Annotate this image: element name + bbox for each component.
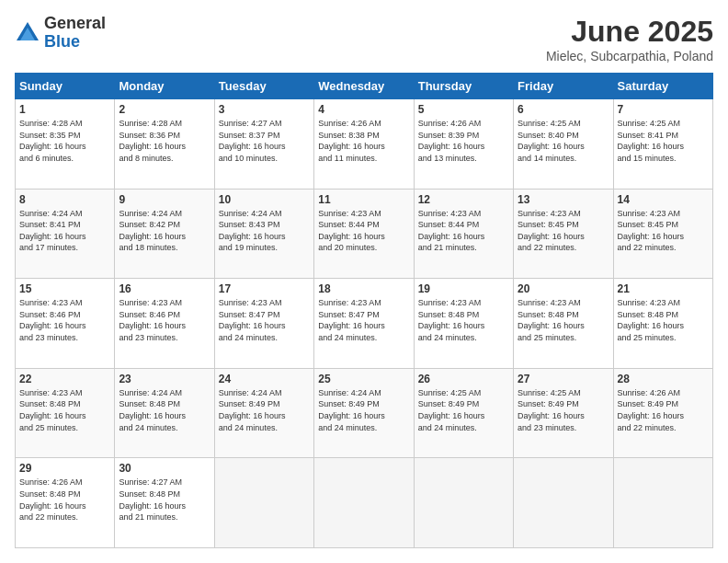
calendar-week-1: 1Sunrise: 4:28 AMSunset: 8:35 PMDaylight… — [16, 99, 713, 190]
day-number: 5 — [418, 103, 509, 116]
calendar-cell: 7Sunrise: 4:25 AMSunset: 8:41 PMDaylight… — [613, 99, 712, 190]
logo-blue: Blue — [44, 33, 106, 52]
calendar-week-5: 29Sunrise: 4:26 AMSunset: 8:48 PMDayligh… — [16, 458, 713, 548]
day-number: 25 — [318, 373, 409, 385]
day-number: 3 — [219, 103, 310, 116]
calendar-cell: 19Sunrise: 4:23 AMSunset: 8:48 PMDayligh… — [414, 279, 513, 369]
calendar-cell: 9Sunrise: 4:24 AMSunset: 8:42 PMDaylight… — [115, 189, 214, 279]
calendar-week-4: 22Sunrise: 4:23 AMSunset: 8:48 PMDayligh… — [16, 368, 713, 458]
logo-icon — [15, 20, 40, 46]
calendar-cell: 22Sunrise: 4:23 AMSunset: 8:48 PMDayligh… — [16, 368, 115, 458]
title-area: June 2025 Mielec, Subcarpathia, Poland — [546, 15, 713, 63]
day-info: Sunrise: 4:26 AMSunset: 8:39 PMDaylight:… — [418, 118, 509, 164]
day-info: Sunrise: 4:28 AMSunset: 8:36 PMDaylight:… — [119, 118, 210, 164]
col-tuesday: Tuesday — [214, 74, 313, 99]
calendar-cell: 20Sunrise: 4:23 AMSunset: 8:48 PMDayligh… — [514, 279, 613, 369]
day-number: 20 — [518, 282, 609, 295]
day-info: Sunrise: 4:26 AMSunset: 8:38 PMDaylight:… — [318, 118, 409, 164]
day-info: Sunrise: 4:26 AMSunset: 8:48 PMDaylight:… — [19, 477, 110, 523]
subtitle: Mielec, Subcarpathia, Poland — [546, 49, 713, 63]
calendar-cell: 24Sunrise: 4:24 AMSunset: 8:49 PMDayligh… — [214, 368, 313, 458]
day-info: Sunrise: 4:25 AMSunset: 8:49 PMDaylight:… — [518, 387, 609, 433]
day-number: 13 — [518, 193, 609, 206]
day-info: Sunrise: 4:23 AMSunset: 8:48 PMDaylight:… — [19, 387, 110, 433]
col-sunday: Sunday — [16, 74, 115, 99]
day-number: 24 — [219, 373, 310, 385]
day-number: 2 — [119, 103, 210, 116]
day-number: 9 — [119, 193, 210, 206]
day-number: 27 — [518, 373, 609, 385]
page: General Blue June 2025 Mielec, Subcarpat… — [0, 0, 728, 563]
day-info: Sunrise: 4:23 AMSunset: 8:47 PMDaylight:… — [219, 297, 310, 343]
calendar-cell: 5Sunrise: 4:26 AMSunset: 8:39 PMDaylight… — [414, 99, 513, 190]
calendar-cell: 17Sunrise: 4:23 AMSunset: 8:47 PMDayligh… — [214, 279, 313, 369]
calendar-cell: 16Sunrise: 4:23 AMSunset: 8:46 PMDayligh… — [115, 279, 214, 369]
calendar-cell: 11Sunrise: 4:23 AMSunset: 8:44 PMDayligh… — [314, 189, 414, 279]
day-info: Sunrise: 4:23 AMSunset: 8:46 PMDaylight:… — [19, 297, 110, 343]
calendar-table: Sunday Monday Tuesday Wednesday Thursday… — [15, 73, 713, 548]
day-number: 16 — [119, 282, 210, 295]
day-info: Sunrise: 4:24 AMSunset: 8:42 PMDaylight:… — [119, 208, 210, 254]
col-monday: Monday — [115, 74, 214, 99]
calendar-cell: 27Sunrise: 4:25 AMSunset: 8:49 PMDayligh… — [514, 368, 613, 458]
day-number: 19 — [418, 282, 509, 295]
logo-general: General — [44, 15, 106, 33]
day-info: Sunrise: 4:25 AMSunset: 8:49 PMDaylight:… — [418, 387, 509, 433]
col-wednesday: Wednesday — [314, 74, 414, 99]
day-number: 4 — [318, 103, 409, 116]
header: General Blue June 2025 Mielec, Subcarpat… — [15, 15, 713, 63]
calendar-cell: 29Sunrise: 4:26 AMSunset: 8:48 PMDayligh… — [16, 458, 115, 548]
day-info: Sunrise: 4:23 AMSunset: 8:45 PMDaylight:… — [518, 208, 609, 254]
calendar-cell — [613, 458, 712, 548]
day-number: 21 — [618, 282, 709, 295]
calendar-cell: 14Sunrise: 4:23 AMSunset: 8:45 PMDayligh… — [613, 189, 712, 279]
calendar-body: 1Sunrise: 4:28 AMSunset: 8:35 PMDaylight… — [16, 99, 713, 548]
day-info: Sunrise: 4:26 AMSunset: 8:49 PMDaylight:… — [618, 387, 709, 433]
day-info: Sunrise: 4:23 AMSunset: 8:48 PMDaylight:… — [518, 297, 609, 343]
day-number: 7 — [618, 103, 709, 116]
day-info: Sunrise: 4:23 AMSunset: 8:48 PMDaylight:… — [618, 297, 709, 343]
day-number: 1 — [19, 103, 110, 116]
calendar-cell — [214, 458, 313, 548]
col-friday: Friday — [514, 74, 613, 99]
day-number: 22 — [19, 373, 110, 385]
calendar-cell — [514, 458, 613, 548]
day-number: 11 — [318, 193, 409, 206]
day-info: Sunrise: 4:24 AMSunset: 8:48 PMDaylight:… — [119, 387, 210, 433]
calendar-cell: 1Sunrise: 4:28 AMSunset: 8:35 PMDaylight… — [16, 99, 115, 190]
calendar-cell: 12Sunrise: 4:23 AMSunset: 8:44 PMDayligh… — [414, 189, 513, 279]
col-saturday: Saturday — [613, 74, 712, 99]
day-number: 29 — [19, 462, 110, 475]
day-number: 30 — [119, 462, 210, 475]
day-info: Sunrise: 4:23 AMSunset: 8:46 PMDaylight:… — [119, 297, 210, 343]
day-number: 18 — [318, 282, 409, 295]
day-number: 28 — [618, 373, 709, 385]
header-row: Sunday Monday Tuesday Wednesday Thursday… — [16, 74, 713, 99]
day-info: Sunrise: 4:24 AMSunset: 8:49 PMDaylight:… — [219, 387, 310, 433]
day-number: 26 — [418, 373, 509, 385]
day-info: Sunrise: 4:23 AMSunset: 8:45 PMDaylight:… — [618, 208, 709, 254]
calendar-cell: 6Sunrise: 4:25 AMSunset: 8:40 PMDaylight… — [514, 99, 613, 190]
day-info: Sunrise: 4:24 AMSunset: 8:43 PMDaylight:… — [219, 208, 310, 254]
month-title: June 2025 — [546, 15, 713, 49]
day-info: Sunrise: 4:27 AMSunset: 8:48 PMDaylight:… — [119, 477, 210, 523]
calendar-cell: 13Sunrise: 4:23 AMSunset: 8:45 PMDayligh… — [514, 189, 613, 279]
day-info: Sunrise: 4:25 AMSunset: 8:41 PMDaylight:… — [618, 118, 709, 164]
calendar-header: Sunday Monday Tuesday Wednesday Thursday… — [16, 74, 713, 99]
calendar-cell: 28Sunrise: 4:26 AMSunset: 8:49 PMDayligh… — [613, 368, 712, 458]
calendar-cell: 26Sunrise: 4:25 AMSunset: 8:49 PMDayligh… — [414, 368, 513, 458]
day-info: Sunrise: 4:23 AMSunset: 8:44 PMDaylight:… — [418, 208, 509, 254]
day-number: 8 — [19, 193, 110, 206]
day-number: 14 — [618, 193, 709, 206]
day-number: 12 — [418, 193, 509, 206]
calendar-cell: 2Sunrise: 4:28 AMSunset: 8:36 PMDaylight… — [115, 99, 214, 190]
calendar-cell: 3Sunrise: 4:27 AMSunset: 8:37 PMDaylight… — [214, 99, 313, 190]
calendar-cell: 23Sunrise: 4:24 AMSunset: 8:48 PMDayligh… — [115, 368, 214, 458]
calendar-cell: 15Sunrise: 4:23 AMSunset: 8:46 PMDayligh… — [16, 279, 115, 369]
day-info: Sunrise: 4:28 AMSunset: 8:35 PMDaylight:… — [19, 118, 110, 164]
calendar-cell: 25Sunrise: 4:24 AMSunset: 8:49 PMDayligh… — [314, 368, 414, 458]
day-info: Sunrise: 4:23 AMSunset: 8:48 PMDaylight:… — [418, 297, 509, 343]
col-thursday: Thursday — [414, 74, 513, 99]
calendar-week-3: 15Sunrise: 4:23 AMSunset: 8:46 PMDayligh… — [16, 279, 713, 369]
day-number: 10 — [219, 193, 310, 206]
